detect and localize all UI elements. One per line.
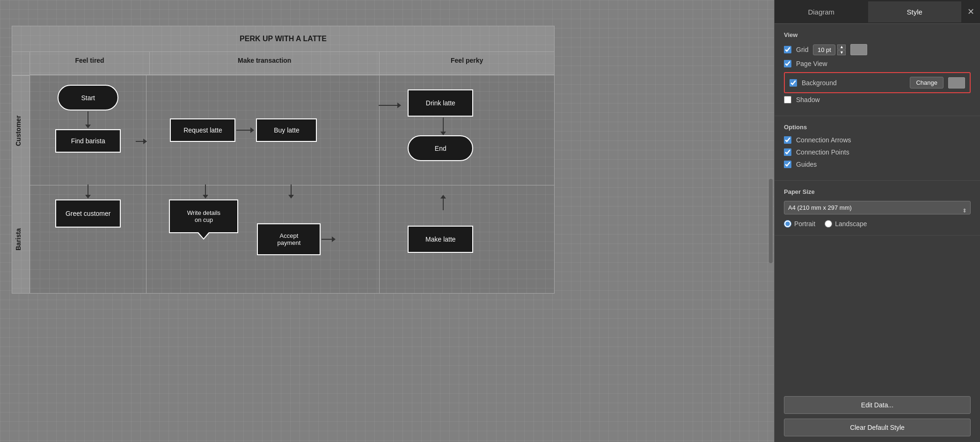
cell-barista-tired: Greet customer xyxy=(30,185,146,293)
write-details-node: Write detailson cup xyxy=(169,199,238,233)
arrow-find-to-request xyxy=(136,139,147,144)
connection-points-row: Connection Points xyxy=(784,148,971,156)
right-panel: Diagram Style ✕ View Grid ▲ ▼ Page View xyxy=(774,0,980,442)
landscape-radio[interactable] xyxy=(825,220,832,228)
connection-arrows-checkbox[interactable] xyxy=(784,136,791,144)
buy-latte-node: Buy latte xyxy=(256,118,317,142)
start-node: Start xyxy=(58,85,118,110)
panel-spacer xyxy=(775,236,980,390)
arrow-find-to-greet xyxy=(85,184,91,199)
barista-lane-header: Barista xyxy=(12,185,30,293)
arrow-drink-to-end xyxy=(440,118,446,135)
close-button[interactable]: ✕ xyxy=(961,0,980,23)
shadow-checkbox[interactable] xyxy=(784,96,791,103)
cell-customer-transaction: Request latte Buy latte xyxy=(146,75,380,185)
diagram-title: PERK UP WITH A LATTE xyxy=(12,26,554,52)
landscape-label: Landscape xyxy=(835,220,867,228)
vertical-scrollbar[interactable] xyxy=(769,179,773,263)
guides-label: Guides xyxy=(796,161,817,168)
page-view-label: Page View xyxy=(796,60,827,67)
customer-lane-header: Customer xyxy=(12,75,30,185)
grid-spin-up[interactable]: ▲ xyxy=(837,44,846,50)
background-checkbox[interactable] xyxy=(790,79,797,87)
options-section: Options Connection Arrows Connection Poi… xyxy=(775,116,980,181)
paper-size-select[interactable]: A4 (210 mm x 297 mm) A3 (297 mm x 420 mm… xyxy=(784,201,971,214)
tab-style[interactable]: Style xyxy=(868,1,962,22)
background-row: Background Change xyxy=(784,72,971,93)
paper-size-section: Paper Size A4 (210 mm x 297 mm) A3 (297 … xyxy=(775,181,980,236)
page-view-checkbox[interactable] xyxy=(784,60,791,67)
cell-customer-tired: Start Find barista xyxy=(30,75,146,185)
col-header-feel-perky: Feel perky xyxy=(380,52,554,75)
guides-row: Guides xyxy=(784,161,971,168)
arrow-buy-to-accept xyxy=(288,184,294,199)
accept-payment-node: Acceptpayment xyxy=(257,223,321,255)
connection-points-label: Connection Points xyxy=(796,148,849,156)
shadow-row: Shadow xyxy=(784,96,971,103)
background-label: Background xyxy=(802,79,905,87)
arrow-start-to-find xyxy=(85,111,91,128)
grid-row: Grid ▲ ▼ xyxy=(784,44,971,55)
cell-customer-perky: Drink latte End xyxy=(380,75,554,185)
grid-label: Grid xyxy=(796,46,808,53)
arrow-request-to-buy xyxy=(236,127,254,133)
change-background-button[interactable]: Change xyxy=(910,77,943,88)
diagram-container: PERK UP WITH A LATTE Customer Barista Fe… xyxy=(12,26,555,294)
bottom-buttons: Edit Data... Clear Default Style xyxy=(775,390,980,442)
find-barista-node: Find barista xyxy=(55,129,121,153)
grid-input[interactable] xyxy=(813,44,835,55)
arrow-accept-to-make xyxy=(322,236,336,242)
drink-latte-node: Drink latte xyxy=(408,89,473,117)
arrow-to-drink-latte xyxy=(379,103,401,108)
grid-checkbox[interactable] xyxy=(784,46,791,53)
options-section-label: Options xyxy=(784,124,971,131)
background-color-swatch[interactable] xyxy=(948,77,965,88)
make-latte-node: Make latte xyxy=(408,226,473,253)
arrow-make-to-drink xyxy=(440,195,446,210)
connection-points-checkbox[interactable] xyxy=(784,148,791,156)
connection-arrows-row: Connection Arrows xyxy=(784,136,971,144)
clear-default-style-button[interactable]: Clear Default Style xyxy=(784,419,971,436)
page-view-row: Page View xyxy=(784,60,971,67)
request-latte-node: Request latte xyxy=(170,118,235,142)
orientation-row: Portrait Landscape xyxy=(784,220,971,228)
grid-color-swatch[interactable] xyxy=(850,44,867,55)
portrait-label: Portrait xyxy=(794,220,815,228)
cell-barista-transaction: Write detailson cup Acceptpayment xyxy=(146,185,380,293)
connection-arrows-label: Connection Arrows xyxy=(796,136,851,144)
shadow-label: Shadow xyxy=(796,96,820,103)
panel-tabs: Diagram Style ✕ xyxy=(775,0,980,24)
view-section: View Grid ▲ ▼ Page View Background Chang… xyxy=(775,24,980,116)
landscape-option: Landscape xyxy=(825,220,867,228)
arrow-request-to-write xyxy=(203,184,208,199)
portrait-option: Portrait xyxy=(784,220,815,228)
portrait-radio[interactable] xyxy=(784,220,791,228)
col-header-make-transaction: Make transaction xyxy=(150,52,380,75)
grid-spin-down[interactable]: ▼ xyxy=(837,50,846,55)
paper-size-select-wrap: A4 (210 mm x 297 mm) A3 (297 mm x 420 mm… xyxy=(784,201,971,220)
col-header-feel-tired: Feel tired xyxy=(30,52,150,75)
canvas-area[interactable]: PERK UP WITH A LATTE Customer Barista Fe… xyxy=(0,0,774,442)
end-node: End xyxy=(408,135,473,161)
greet-customer-node: Greet customer xyxy=(55,199,121,228)
grid-input-group: ▲ ▼ xyxy=(813,44,846,55)
edit-data-button[interactable]: Edit Data... xyxy=(784,396,971,414)
tab-diagram[interactable]: Diagram xyxy=(775,1,868,22)
paper-size-section-label: Paper Size xyxy=(784,188,971,195)
view-section-label: View xyxy=(784,31,971,38)
cell-barista-perky: Make latte xyxy=(380,185,554,293)
grid-spin-buttons: ▲ ▼ xyxy=(837,44,846,55)
guides-checkbox[interactable] xyxy=(784,161,791,168)
